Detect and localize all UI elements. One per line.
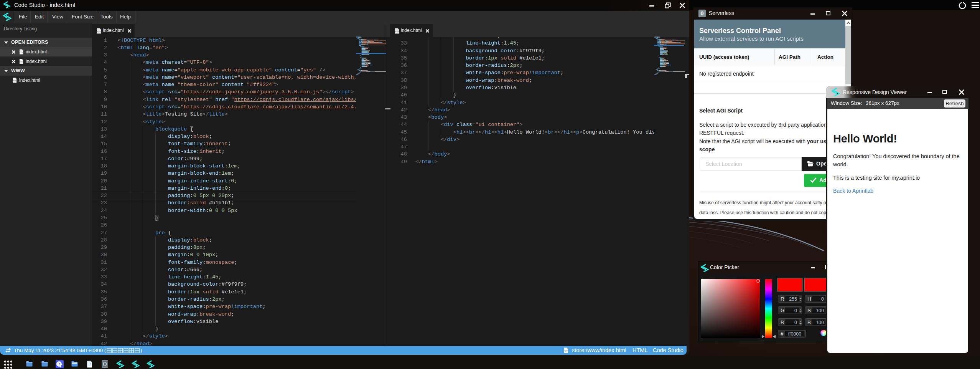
svg-text:</>: </>	[564, 349, 568, 352]
svg-text:</>: </>	[20, 61, 23, 63]
svg-text:</>: </>	[13, 79, 16, 82]
svg-text:</>: </>	[97, 30, 101, 33]
svg-text:</>: </>	[395, 30, 399, 33]
svg-text:</>: </>	[20, 51, 23, 53]
